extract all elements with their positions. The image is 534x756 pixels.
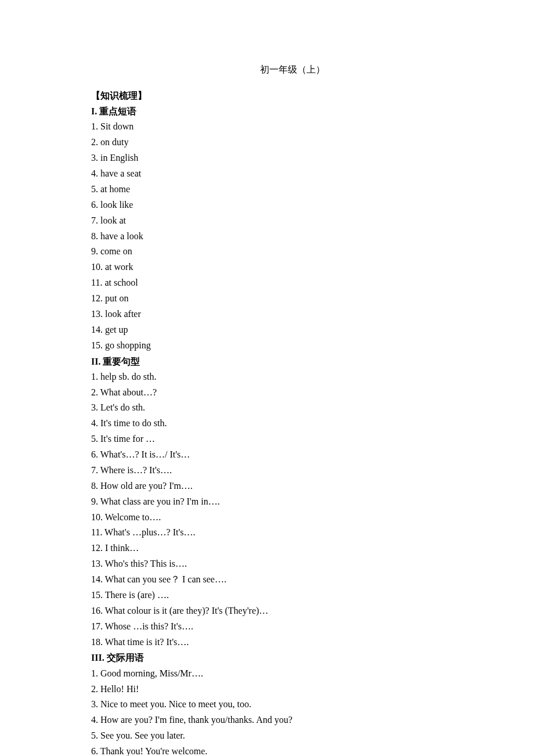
list-item: 8. have a look: [91, 229, 493, 244]
list-item: 13. look after: [91, 307, 493, 322]
list-item: 14. get up: [91, 322, 493, 338]
list-item: 1. help sb. do sth.: [91, 369, 493, 385]
list-item: 9. come on: [91, 244, 493, 260]
list-item: 1. Good morning, Miss/Mr….: [91, 666, 493, 682]
list-item: 18. What time is it? It's….: [91, 635, 493, 650]
list-item: 4. How are you? I'm fine, thank you/than…: [91, 712, 493, 728]
list-item: 3. Nice to meet you. Nice to meet you, t…: [91, 697, 493, 712]
subsection-header-3: III. 交际用语: [91, 650, 493, 665]
list-item: 8. How old are you? I'm….: [91, 478, 493, 494]
list-item: 11. What's …plus…? It's….: [91, 525, 493, 541]
list-item: 10. Welcome to….: [91, 510, 493, 525]
list-item: 7. look at: [91, 213, 493, 229]
list-item: 6. What's…? It is…/ It's…: [91, 447, 493, 463]
page-title: 初一年级（上）: [91, 64, 493, 76]
document-page: 初一年级（上） 【知识梳理】 I. 重点短语 1. Sit down 2. on…: [0, 0, 534, 756]
list-item: 6. Thank you! You're welcome.: [91, 744, 493, 756]
roman-numeral: II.: [91, 357, 100, 366]
roman-numeral: I.: [91, 106, 97, 116]
list-item: 16. What colour is it (are they)? It's (…: [91, 603, 493, 619]
list-item: 7. Where is…? It's….: [91, 463, 493, 478]
list-item: 1. Sit down: [91, 119, 493, 135]
list-item: 9. What class are you in? I'm in….: [91, 494, 493, 510]
list-item: 4. It's time to do sth.: [91, 416, 493, 431]
subsection-header-1: I. 重点短语: [91, 103, 493, 119]
list-item: 6. look like: [91, 197, 493, 213]
list-item: 12. I think…: [91, 541, 493, 556]
subsection-label: 交际用语: [107, 653, 144, 663]
subsection-label: 重点短语: [99, 106, 136, 116]
list-item: 11. at school: [91, 275, 493, 291]
list-item: 4. have a seat: [91, 166, 493, 182]
subsection-label: 重要句型: [103, 357, 140, 366]
list-item: 2. on duty: [91, 135, 493, 150]
list-item: 3. Let's do sth.: [91, 400, 493, 416]
list-item: 2. What about…?: [91, 385, 493, 401]
list-item: 5. It's time for …: [91, 431, 493, 447]
list-item: 12. put on: [91, 291, 493, 307]
subsection-header-2: II. 重要句型: [91, 354, 493, 369]
list-item: 10. at work: [91, 260, 493, 275]
list-item: 14. What can you see？ I can see….: [91, 572, 493, 588]
roman-numeral: III.: [91, 653, 104, 663]
list-item: 17. Whose …is this? It's….: [91, 619, 493, 635]
list-item: 2. Hello! Hi!: [91, 682, 493, 697]
knowledge-section-header: 【知识梳理】: [91, 88, 493, 103]
list-item: 3. in English: [91, 150, 493, 166]
list-item: 5. See you. See you later.: [91, 728, 493, 744]
list-item: 15. go shopping: [91, 338, 493, 354]
list-item: 5. at home: [91, 182, 493, 197]
list-item: 15. There is (are) ….: [91, 588, 493, 603]
list-item: 13. Who's this? This is….: [91, 556, 493, 572]
